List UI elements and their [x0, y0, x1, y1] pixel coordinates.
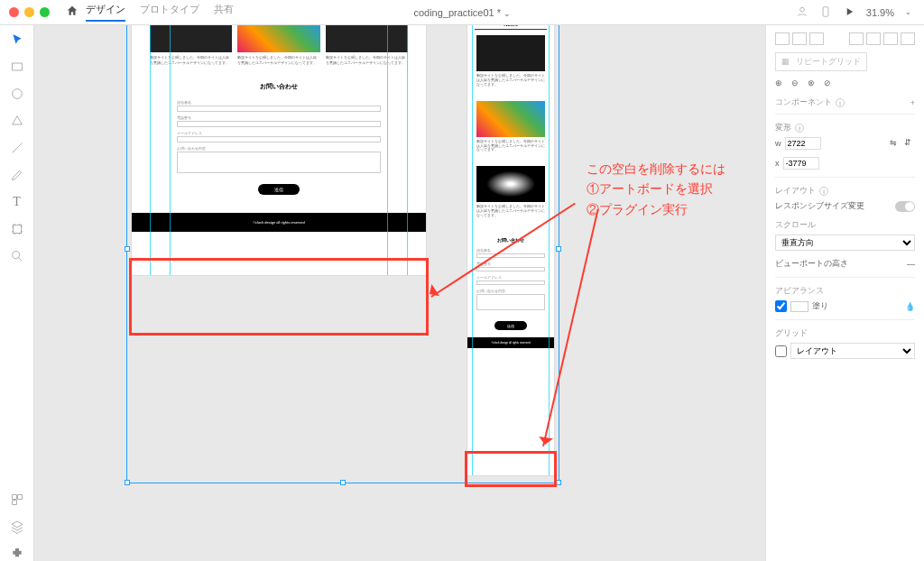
artboard-tool-icon[interactable]	[10, 222, 24, 236]
pen-tool-icon[interactable]	[10, 168, 24, 182]
zoom-level[interactable]: 31.9%	[866, 7, 894, 18]
svg-rect-1	[823, 6, 828, 16]
fill-checkbox[interactable]	[775, 300, 787, 312]
flip-v-icon[interactable]: ⇵	[904, 138, 915, 149]
avatar-icon[interactable]	[796, 5, 808, 20]
tab-share[interactable]: 共有	[214, 3, 234, 22]
zoom-chevron-icon[interactable]: ⌄	[905, 8, 911, 16]
maximize-window-icon[interactable]	[40, 7, 50, 17]
repeat-grid-icon: ▦	[781, 57, 792, 68]
ellipse-tool-icon[interactable]	[10, 87, 24, 101]
annotation-box-mobile-blank	[465, 451, 557, 487]
info-icon[interactable]: i	[819, 187, 828, 196]
left-toolbar: T	[0, 25, 34, 561]
svg-rect-6	[12, 495, 16, 500]
play-icon[interactable]	[843, 5, 855, 20]
responsive-toggle[interactable]	[895, 201, 915, 212]
svg-rect-7	[17, 495, 22, 500]
annotation-text: この空白を削除するには ①アートボードを選択 ②プラグイン実行	[587, 159, 725, 219]
annotation-box-desktop-blank	[129, 258, 429, 336]
scroll-select[interactable]: 垂直方向	[775, 235, 915, 251]
responsive-label: レスポンシブサイズ変更	[775, 200, 864, 212]
mode-tabs: デザイン プロトタイプ 共有	[86, 3, 234, 22]
svg-point-5	[12, 252, 19, 259]
info-icon[interactable]: i	[795, 124, 804, 133]
align-top-icon[interactable]	[775, 32, 790, 45]
layers-icon[interactable]	[10, 520, 24, 534]
svg-point-0	[799, 7, 804, 12]
rectangle-tool-icon[interactable]	[10, 60, 24, 74]
x-input[interactable]	[783, 157, 819, 170]
flip-h-icon[interactable]: ⇋	[890, 138, 901, 149]
canvas[interactable]: 新規サイトを公開しました。今回のサイトは人目を意識したユニバーサルデザインになっ…	[34, 25, 765, 561]
svg-rect-8	[12, 501, 16, 505]
add-component-icon[interactable]: +	[910, 98, 915, 107]
properties-panel: ▦ リピートグリッド ⊕ ⊖ ⊗ ⊘ コンポーネントi+ 変形i w ⇋ ⇵ x…	[765, 25, 924, 561]
zoom-tool-icon[interactable]	[10, 249, 24, 263]
exclude-boolean-icon[interactable]: ⊘	[824, 78, 835, 89]
align-bottom-icon[interactable]	[809, 32, 824, 45]
intersect-boolean-icon[interactable]: ⊗	[808, 78, 818, 89]
home-icon[interactable]	[66, 5, 79, 20]
align-center-icon[interactable]	[866, 32, 881, 45]
tab-design[interactable]: デザイン	[86, 3, 125, 22]
repeat-grid-button[interactable]: ▦ リピートグリッド	[775, 52, 867, 71]
title-bar: デザイン プロトタイプ 共有 coding_practice01 * 31.9%…	[0, 0, 924, 25]
align-left-icon[interactable]	[849, 32, 864, 45]
svg-rect-4	[13, 225, 21, 233]
close-window-icon[interactable]	[9, 7, 19, 17]
grid-select[interactable]: レイアウト	[790, 343, 915, 359]
fill-swatch[interactable]	[790, 301, 808, 312]
add-boolean-icon[interactable]: ⊕	[775, 78, 786, 89]
traffic-lights	[0, 7, 59, 17]
grid-checkbox[interactable]	[775, 345, 787, 357]
svg-point-3	[12, 89, 22, 99]
svg-rect-2	[12, 63, 22, 70]
line-tool-icon[interactable]	[10, 141, 24, 155]
plugins-icon[interactable]	[10, 547, 24, 561]
align-middle-icon[interactable]	[792, 32, 807, 45]
assets-icon[interactable]	[10, 492, 24, 507]
document-title[interactable]: coding_practice01 *	[413, 7, 510, 18]
subtract-boolean-icon[interactable]: ⊖	[791, 78, 802, 89]
width-input[interactable]	[785, 137, 821, 150]
tab-prototype[interactable]: プロトタイプ	[140, 3, 199, 22]
polygon-tool-icon[interactable]	[10, 114, 24, 128]
mobile-preview-icon[interactable]	[819, 5, 832, 20]
distribute-icon[interactable]	[901, 32, 915, 45]
align-right-icon[interactable]	[883, 32, 898, 45]
text-tool-icon[interactable]: T	[10, 195, 24, 209]
info-icon[interactable]: i	[836, 98, 845, 107]
eyedropper-icon[interactable]: 💧	[905, 302, 915, 311]
minimize-window-icon[interactable]	[24, 7, 34, 17]
select-tool-icon[interactable]	[10, 32, 24, 47]
